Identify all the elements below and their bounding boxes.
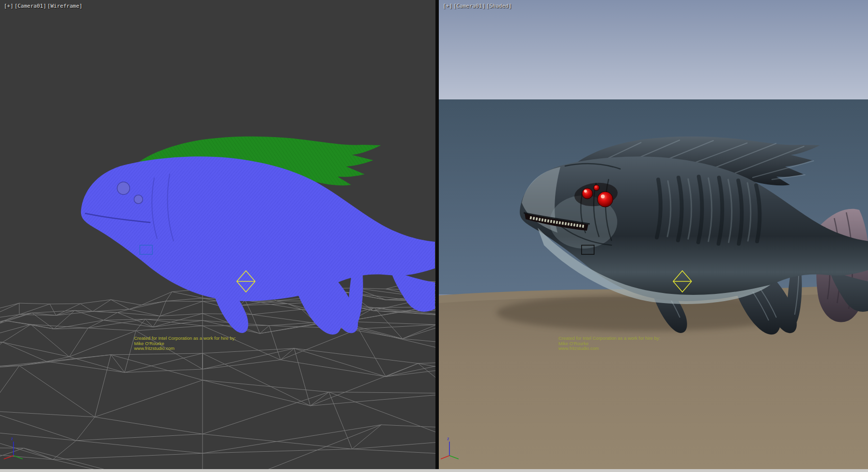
ground-grid[interactable] [0,281,435,469]
axis-z-label: z [447,436,449,441]
viewport-shaded[interactable]: z [+][Camera01][Shaded] Created for Inte… [439,0,868,469]
viewport-label: [+][Camera01][Shaded] [443,3,513,9]
watermark-line: www.fritzstudio.com [134,346,236,351]
eye-highlight [584,190,587,193]
watermark-line: Created for Intel Corporation as a work … [134,336,236,341]
fish-eye-wire [117,182,130,194]
viewport-shading-menu[interactable]: [Wireframe] [47,3,82,9]
watermark: Created for Intel Corporation as a work … [134,336,236,351]
sky-upper [439,0,868,99]
viewport-pov-menu[interactable]: [Camera01] [14,3,46,9]
watermark: Created for Intel Corporation as a work … [558,336,660,351]
application-window: z [+][Camera01][Wireframe] Created for I… [0,0,868,469]
fish-eye-wire-small [134,195,143,204]
viewport-divider[interactable] [435,0,439,469]
watermark-line: Created for Intel Corporation as a work … [558,336,660,341]
viewport-shading-menu[interactable]: [Shaded] [486,3,512,9]
fish-model-wireframe[interactable] [81,156,435,334]
scene-wireframe[interactable]: z [0,0,435,469]
eye-highlight [601,194,605,198]
scene-shaded[interactable]: z [439,0,868,469]
viewport-label: [+][Camera01][Wireframe] [4,3,83,9]
fish-eye-right [597,192,613,207]
body-wire-texture [81,156,435,301]
axis-z-label: z [11,436,14,441]
axis-y [14,456,23,459]
watermark-line: www.fritzstudio.com [558,346,660,351]
viewport-general-menu[interactable]: [+] [4,3,14,9]
axis-x [4,456,14,459]
fish-eye-left [582,188,593,199]
viewport-wireframe[interactable]: z [+][Camera01][Wireframe] Created for I… [0,0,435,469]
fish-eye-small [594,185,599,191]
viewport-general-menu[interactable]: [+] [443,3,452,9]
window-bottom-edge [0,469,868,472]
viewport-pov-menu[interactable]: [Camera01] [453,3,485,9]
